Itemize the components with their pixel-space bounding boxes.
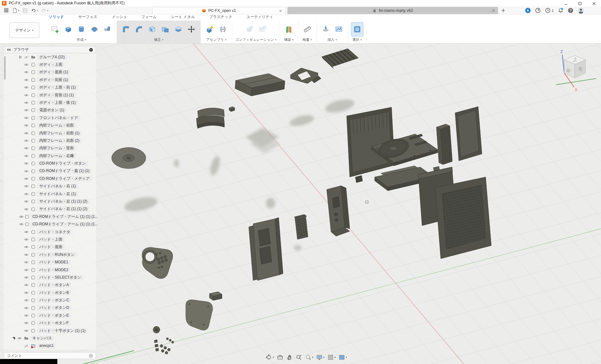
visibility-eye-icon[interactable] xyxy=(23,161,29,166)
ribbon-tab-4[interactable]: シート メタル xyxy=(171,14,195,21)
browser-item[interactable]: パッド・ボタンB xyxy=(4,289,96,296)
undo-icon[interactable]: ▾ xyxy=(30,7,39,13)
ribbon-tab-0[interactable]: ソリッド xyxy=(49,14,64,21)
pipe-icon[interactable] xyxy=(102,22,113,36)
browser-item[interactable]: 内部フレーム・前面 xyxy=(4,122,96,129)
fit-icon[interactable]: ▾ xyxy=(305,354,313,361)
browser-item[interactable]: 電源ボタン (1) xyxy=(4,107,96,114)
ribbon-group-menu[interactable]: コンフィギュレーション▾ xyxy=(235,37,276,42)
close-tab-icon[interactable] xyxy=(492,9,495,13)
construction-plane-icon[interactable] xyxy=(283,22,295,36)
configuration-icon[interactable] xyxy=(243,22,255,36)
browser-item[interactable]: パッド・MODE1 xyxy=(4,259,96,266)
ribbon-group-menu[interactable]: 修正▾ xyxy=(154,37,163,42)
grid-settings-icon[interactable]: ▾ xyxy=(327,354,336,361)
browser-item[interactable]: パッド・MODE2 xyxy=(4,266,96,274)
browser-item[interactable]: ボディ・背面 (1) (1) xyxy=(4,91,96,99)
shell-icon[interactable] xyxy=(146,22,158,36)
part-side-panel-right-upper[interactable] xyxy=(455,107,482,161)
pan-icon[interactable] xyxy=(286,354,293,361)
visibility-eye-icon[interactable] xyxy=(23,245,29,249)
app-menu-icon[interactable] xyxy=(3,7,10,13)
save-icon[interactable] xyxy=(22,7,28,13)
browser-item[interactable]: CD-ROMドライブ・ボタン xyxy=(4,160,96,167)
form-icon[interactable] xyxy=(89,22,100,36)
browser-item[interactable]: グループ4 (22) xyxy=(4,53,96,61)
browser-item[interactable]: ボディ・上面 xyxy=(4,61,96,68)
collapse-panel-icon[interactable] xyxy=(7,48,11,51)
visibility-eye-icon[interactable] xyxy=(23,78,29,82)
visibility-eye-icon[interactable] xyxy=(23,154,29,158)
browser-item[interactable]: CD-ROMドライブ・蓋 (1) (1) xyxy=(4,167,96,175)
part-inner-frame[interactable] xyxy=(249,218,283,280)
browser-item[interactable]: パッド・上面 xyxy=(4,236,96,243)
part-inner-bracket-right[interactable] xyxy=(436,124,452,165)
browser-item[interactable]: パッド・ボタンD xyxy=(4,304,96,312)
browser-item[interactable]: CD-ROMドライブ・メディア xyxy=(4,175,96,182)
measure-icon[interactable] xyxy=(301,22,313,36)
browser-item[interactable]: ボディ・底面 (1) xyxy=(4,69,96,76)
display-bar-toggle-icon[interactable] xyxy=(89,48,93,52)
part-cd-disc[interactable] xyxy=(112,147,146,169)
collapse-arrow-icon[interactable] xyxy=(11,336,16,340)
document-tab-inactive[interactable]: fm-towns-marty v52 xyxy=(287,7,498,14)
browser-item[interactable]: パッド・十字ボタン (1) (1) xyxy=(4,327,96,334)
ribbon-tab-2[interactable]: メッシュ xyxy=(112,14,127,21)
canvas-insert-icon[interactable] xyxy=(333,22,345,36)
file-new-icon[interactable]: ▾ xyxy=(12,7,20,13)
ribbon-group-menu[interactable]: 選択▾ xyxy=(353,37,362,42)
minimize-icon[interactable] xyxy=(559,0,573,7)
extensions-icon[interactable] xyxy=(525,7,531,13)
visibility-eye-icon[interactable] xyxy=(23,176,29,181)
browser-item[interactable]: CD-ROMドライブ・アーム (1) (1) (1... xyxy=(4,221,96,228)
visibility-eye-icon[interactable] xyxy=(23,192,29,196)
visibility-eye-icon[interactable] xyxy=(23,321,29,325)
visibility-eye-icon[interactable] xyxy=(23,283,29,287)
joint-icon[interactable] xyxy=(217,22,229,36)
visibility-eye-icon[interactable] xyxy=(23,85,29,90)
part-handle-bracket[interactable] xyxy=(291,68,321,84)
visibility-eye-icon[interactable] xyxy=(23,131,29,136)
visibility-eye-icon[interactable] xyxy=(23,328,29,333)
visibility-eye-icon[interactable] xyxy=(23,230,29,234)
part-pad-connector[interactable] xyxy=(294,214,308,239)
add-comment-icon[interactable] xyxy=(89,354,93,358)
visibility-eye-icon[interactable] xyxy=(23,108,29,113)
comment-bar[interactable]: コメント xyxy=(4,352,96,359)
close-icon[interactable] xyxy=(587,0,601,7)
ribbon-tab-5[interactable]: プラスチック xyxy=(209,14,232,21)
ribbon-group-menu[interactable]: アセンブリ▾ xyxy=(206,37,226,42)
close-tab-icon[interactable] xyxy=(279,9,282,14)
visibility-eye-icon[interactable] xyxy=(23,306,29,310)
design-workspace-menu[interactable]: デザイン ▾ xyxy=(9,22,39,38)
part-vent-panel[interactable] xyxy=(435,177,491,259)
browser-item[interactable]: パッド・底面 xyxy=(4,243,96,251)
part-heatsink-grill[interactable] xyxy=(322,49,358,69)
browser-item[interactable]: パッド・ボタンF xyxy=(4,319,96,327)
visibility-eye-icon[interactable] xyxy=(23,313,29,318)
visibility-eye-off-icon[interactable] xyxy=(23,55,29,60)
browser-scrollbar[interactable] xyxy=(4,56,6,80)
visibility-eye-icon[interactable] xyxy=(23,70,29,74)
job-status-icon[interactable] xyxy=(535,7,541,13)
part-power-button[interactable] xyxy=(229,107,235,112)
help-icon[interactable]: ? xyxy=(568,7,574,13)
visibility-eye-icon[interactable] xyxy=(23,237,29,242)
browser-item[interactable]: ボディ・上面・前 (1) xyxy=(4,84,96,91)
orbit-icon[interactable]: ▾ xyxy=(266,354,274,361)
visibility-eye-icon[interactable] xyxy=(17,336,22,341)
browser-item[interactable]: サイドパネル・右 (1) (1) (2) xyxy=(4,205,96,213)
browser-panel-header[interactable]: ブラウザ xyxy=(4,46,96,53)
expand-arrow-icon[interactable] xyxy=(18,55,22,59)
visibility-eye-icon[interactable] xyxy=(23,93,29,98)
maximize-icon[interactable] xyxy=(573,0,587,7)
browser-item[interactable]: anecpc1 xyxy=(4,342,96,350)
visibility-eye-icon[interactable] xyxy=(23,298,29,303)
browser-item[interactable]: パッド・ボタンC xyxy=(4,297,96,304)
visibility-eye-icon[interactable] xyxy=(23,207,29,212)
visibility-eye-icon[interactable] xyxy=(23,184,29,189)
create-sketch-icon[interactable] xyxy=(49,22,61,36)
part-small-box[interactable] xyxy=(209,292,222,300)
visibility-eye-icon[interactable] xyxy=(23,252,29,257)
browser-item[interactable]: パッド・コネクタ xyxy=(4,228,96,236)
